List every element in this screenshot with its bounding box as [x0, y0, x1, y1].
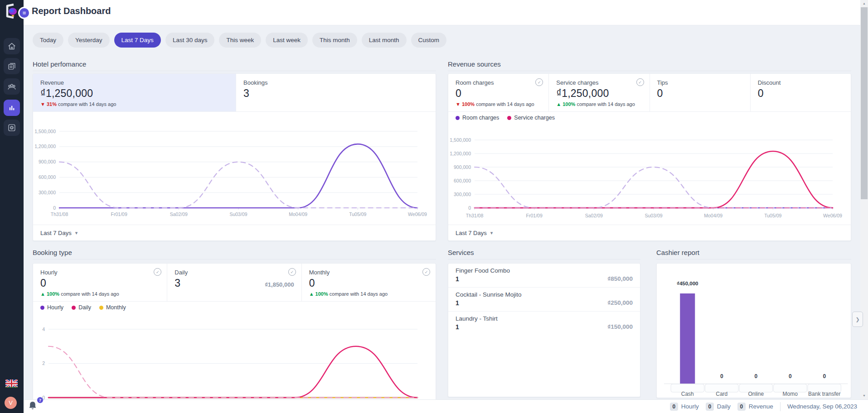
filter-chip-today[interactable]: Today	[33, 33, 63, 48]
service-item-cocktail-sunrise-mojito[interactable]: Cocktail - Sunrise Mojito1₫250,000	[448, 288, 640, 312]
legend-item-room-charges[interactable]: Room charges	[456, 115, 499, 121]
svg-text:1,500,000: 1,500,000	[34, 129, 56, 134]
check-glyph: ✓	[290, 270, 294, 274]
check-circle-icon[interactable]: ✓	[288, 268, 296, 276]
delta-note: compare with 14 days ago	[577, 101, 635, 107]
filter-chip-last-30-days[interactable]: Last 30 days	[165, 33, 215, 48]
check-circle-icon[interactable]: ✓	[636, 78, 644, 86]
sidebar-item-settings[interactable]	[4, 120, 20, 136]
sidebar-item-home[interactable]	[4, 38, 20, 54]
stat-delta: ▼ 100% compare with 14 days ago	[456, 101, 541, 107]
svg-text:1,500,000: 1,500,000	[450, 137, 471, 143]
filter-chip-custom[interactable]: Custom	[411, 33, 447, 48]
period-dropdown[interactable]: Last 7 Days ▾	[40, 230, 78, 236]
legend-item-daily[interactable]: Daily	[72, 304, 91, 311]
service-item-finger-food-combo[interactable]: Finger Food Combo1₫850,000	[448, 264, 640, 288]
scroll-up-arrow-icon[interactable]: ▲	[860, 0, 868, 7]
svg-text:0: 0	[823, 373, 826, 379]
service-item-laundry-tshirt[interactable]: Laundry - Tshirt1₫150,000	[448, 312, 640, 336]
vertical-scrollbar[interactable]: ▲ ▼	[860, 0, 868, 399]
app-logo[interactable]	[3, 3, 20, 20]
hotel-performance-footer: Last 7 Days ▾	[33, 225, 436, 240]
stat-value: 3	[175, 277, 180, 289]
hotel-performance-chart: 0300,000600,000900,0001,200,0001,500,000…	[33, 117, 436, 223]
sidebar-item-customers[interactable]	[4, 78, 20, 95]
scroll-down-arrow-icon[interactable]: ▼	[860, 393, 868, 399]
expand-panel-button[interactable]: ❯	[852, 312, 863, 327]
check-circle-icon[interactable]: ✓	[535, 78, 543, 86]
svg-text:300,000: 300,000	[39, 190, 56, 195]
svg-text:Sa02/09: Sa02/09	[585, 213, 603, 218]
filter-chip-this-month[interactable]: This month	[312, 33, 357, 48]
check-glyph: ✓	[538, 80, 541, 85]
stat-tile-bookings[interactable]: Bookings 3	[236, 74, 436, 111]
legend-item-monthly[interactable]: Monthly	[99, 304, 126, 311]
check-circle-icon[interactable]: ✓	[422, 268, 430, 276]
stat-tile-hourly[interactable]: Hourly ✓ 0 ▲ 100% compare with 14 days a…	[33, 264, 167, 301]
stat-tile-monthly[interactable]: Monthly ✓ 0 ▲ 100% compare with 14 days …	[301, 264, 436, 301]
page-title: Report Dashboard	[32, 6, 111, 16]
delta-value: ▲ 100%	[309, 291, 328, 297]
delta-value: ▲ 100%	[556, 101, 575, 107]
filter-chip-last-7-days[interactable]: Last 7 Days	[114, 33, 161, 48]
notifications-button[interactable]: 7	[28, 401, 42, 413]
filter-chip-last-week[interactable]: Last week	[266, 33, 308, 48]
filter-chip-last-month[interactable]: Last month	[362, 33, 407, 48]
revenue-sources-footer: Last 7 Days ▾	[448, 225, 851, 240]
report-dashboard-page: V Report Dashboard ≡ TodayYesterdayLast …	[0, 0, 868, 413]
notification-badge: 7	[37, 397, 44, 403]
legend-item-service-charges[interactable]: Service charges	[507, 115, 555, 121]
check-circle-icon[interactable]: ✓	[154, 268, 161, 276]
stat-tile-daily[interactable]: Daily ✓ 3 ₫1,850,000	[167, 264, 301, 301]
counter-revenue[interactable]: 0Revenue	[737, 403, 773, 411]
counter-hourly[interactable]: 0Hourly	[670, 403, 699, 411]
svg-text:Th31/08: Th31/08	[466, 213, 484, 218]
stat-value: 3	[243, 87, 428, 100]
logo-icon	[3, 3, 20, 20]
stat-tile-service-charges[interactable]: Service charges ✓ ₫1,250,000 ▲ 100% comp…	[548, 74, 649, 111]
svg-text:Sa02/09: Sa02/09	[170, 211, 188, 217]
section-title-revenue-sources: Revenue sources	[448, 60, 851, 71]
legend-item-hourly[interactable]: Hourly	[40, 304, 63, 311]
stat-tile-discount[interactable]: Discount 0	[750, 74, 851, 111]
home-icon	[7, 41, 17, 51]
counter-daily[interactable]: 0Daily	[706, 403, 731, 411]
filter-chip-this-week[interactable]: This week	[219, 33, 261, 48]
legend-dot	[72, 306, 76, 310]
legend-label: Daily	[78, 304, 91, 311]
svg-text:0: 0	[720, 373, 723, 379]
legend-label: Hourly	[47, 304, 63, 311]
documents-icon	[7, 61, 17, 71]
sidebar-item-documents[interactable]	[4, 58, 20, 74]
stat-value: 0	[657, 87, 743, 100]
sidebar-item-reports[interactable]	[4, 100, 20, 116]
counter-value: 0	[737, 403, 746, 411]
stat-tile-room-charges[interactable]: Room charges ✓ 0 ▼ 100% compare with 14 …	[448, 74, 548, 111]
stat-tile-tips[interactable]: Tips 0	[650, 74, 750, 111]
svg-text:1,200,000: 1,200,000	[450, 151, 471, 156]
status-date: Wednesday, Sep 06,2023	[787, 403, 857, 410]
svg-text:Fr01/09: Fr01/09	[526, 213, 543, 218]
svg-text:We06/09: We06/09	[408, 211, 427, 217]
customers-icon	[7, 82, 17, 91]
status-bar: 7 0Hourly0Daily0Revenue Wednesday, Sep 0…	[24, 399, 868, 413]
svg-text:Tu05/09: Tu05/09	[764, 213, 781, 218]
status-bar-right: 0Hourly0Daily0Revenue Wednesday, Sep 06,…	[670, 400, 857, 413]
delta-note: compare with 14 days ago	[476, 101, 534, 107]
user-avatar[interactable]: V	[5, 397, 17, 409]
stat-tile-revenue[interactable]: Revenue ₫1,250,000 ▼ 31% compare with 14…	[33, 74, 236, 111]
uk-flag-icon	[5, 379, 18, 388]
counter-label: Hourly	[681, 403, 699, 410]
avatar-initial: V	[9, 399, 13, 406]
revenue-sources-chart: 0300,000600,000900,0001,200,0001,500,000…	[448, 125, 852, 225]
period-dropdown[interactable]: Last 7 Days ▾	[456, 230, 493, 236]
language-flag-button[interactable]	[5, 379, 18, 388]
scrollbar-thumb[interactable]	[861, 7, 868, 199]
svg-text:0: 0	[754, 373, 757, 379]
gear-icon	[7, 123, 17, 133]
sidebar-toggle-button[interactable]: ≡	[18, 7, 30, 19]
chevron-down-icon: ▾	[490, 230, 493, 236]
svg-text:300,000: 300,000	[454, 192, 471, 197]
stat-label: Hourly	[40, 269, 160, 276]
filter-chip-yesterday[interactable]: Yesterday	[68, 33, 110, 48]
